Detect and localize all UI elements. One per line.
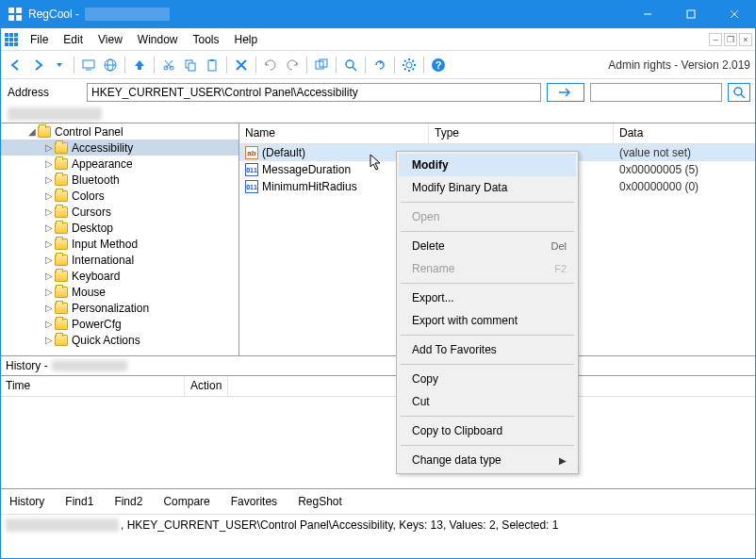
paste-button[interactable] (202, 55, 222, 75)
tree-item-label: PowerCfg (72, 318, 122, 331)
folder-icon (55, 206, 68, 218)
tree-item[interactable]: ▷Colors (0, 188, 238, 204)
svg-line-24 (166, 60, 173, 68)
tree-item[interactable]: ▷Desktop (0, 220, 238, 236)
forward-button[interactable] (27, 55, 48, 75)
settings-button[interactable] (399, 55, 419, 75)
svg-line-48 (741, 94, 745, 98)
context-menu-item[interactable]: Change data type▶ (399, 449, 576, 471)
tab-favorites[interactable]: Favorites (227, 493, 281, 510)
context-menu-item[interactable]: DeleteDel (399, 235, 576, 257)
tree-item-label: Cursors (72, 206, 111, 219)
tree-item[interactable]: ▷Input Method (0, 236, 238, 252)
context-menu-item[interactable]: Modify (399, 154, 576, 176)
mdi-minimize[interactable]: – (709, 33, 722, 46)
tree-item-label: Desktop (72, 222, 113, 235)
mdi-close[interactable]: × (739, 33, 752, 46)
context-menu-item[interactable]: Cut (399, 390, 576, 413)
undo-button[interactable] (260, 55, 281, 75)
history-columns[interactable]: Time Action (0, 376, 756, 397)
svg-rect-2 (8, 15, 14, 21)
tree-item[interactable]: ▷Personalization (0, 300, 238, 316)
close-button[interactable] (713, 0, 756, 28)
context-menu: ModifyModify Binary DataOpenDeleteDelRen… (396, 151, 579, 474)
tree-item[interactable]: ▷Appearance (0, 156, 238, 172)
menu-grid-icon[interactable] (4, 32, 19, 47)
maximize-button[interactable] (669, 0, 713, 28)
tree-item[interactable]: ▷Mouse (0, 284, 238, 300)
tab-history[interactable]: History (6, 493, 48, 510)
tab-regshot[interactable]: RegShot (294, 493, 346, 510)
go-button[interactable] (547, 83, 584, 102)
svg-rect-16 (14, 42, 18, 46)
back-button[interactable] (6, 55, 26, 75)
col-name[interactable]: Name (239, 123, 429, 143)
network-button[interactable] (100, 55, 121, 75)
bottom-tabs: History Find1 Find2 Compare Favorites Re… (0, 489, 756, 515)
titlebar: RegCool - (0, 0, 756, 28)
minimize-button[interactable] (626, 0, 669, 28)
tree-item[interactable]: ▷International (0, 252, 238, 268)
tree-item[interactable]: ▷Quick Actions (0, 332, 238, 348)
svg-rect-8 (5, 33, 8, 37)
tree-item-label: Input Method (72, 238, 138, 251)
tree-root[interactable]: ◢Control Panel (0, 123, 238, 140)
addr-search-button[interactable] (728, 83, 750, 102)
context-menu-item[interactable]: Copy (399, 368, 576, 390)
computer-button[interactable] (78, 55, 99, 75)
context-menu-item[interactable]: Modify Binary Data (399, 176, 576, 199)
options-button[interactable] (311, 55, 332, 75)
up-button[interactable] (129, 55, 150, 75)
tree-item-label: Colors (72, 189, 105, 203)
tree-panel[interactable]: ◢Control Panel ▷Accessibility▷Appearance… (0, 123, 239, 355)
tree-item[interactable]: ▷Bluetooth (0, 172, 238, 188)
cut-button[interactable] (158, 55, 179, 75)
menu-file[interactable]: File (23, 31, 56, 48)
tree-item[interactable]: ▷Accessibility (0, 140, 238, 156)
context-menu-item[interactable]: Copy to Clipboard (399, 419, 576, 442)
refresh-button[interactable] (370, 55, 390, 75)
tree-item[interactable]: ▷Cursors (0, 204, 238, 220)
hcol-time[interactable]: Time (0, 376, 185, 396)
value-data: (value not set) (614, 146, 756, 159)
col-type[interactable]: Type (429, 123, 614, 143)
menu-help[interactable]: Help (227, 31, 266, 48)
address-input[interactable] (87, 83, 541, 102)
menubar: File Edit View Window Tools Help – ❐ × (0, 28, 756, 51)
menu-window[interactable]: Window (130, 31, 186, 48)
tab-compare[interactable]: Compare (159, 493, 213, 510)
menu-view[interactable]: View (90, 31, 130, 48)
hcol-action[interactable]: Action (185, 376, 228, 396)
history-panel: Time Action (0, 376, 756, 489)
mdi-restore[interactable]: ❐ (724, 33, 737, 46)
tree-item-label: Accessibility (72, 141, 133, 155)
redo-button[interactable] (282, 55, 303, 75)
help-button[interactable]: ? (428, 55, 449, 75)
tree-item[interactable]: ▷PowerCfg (0, 316, 238, 332)
list-header[interactable]: Name Type Data (239, 123, 756, 144)
folder-icon (55, 158, 68, 170)
context-menu-item[interactable]: Add To Favorites (399, 338, 576, 361)
menu-tools[interactable]: Tools (186, 31, 227, 48)
app-icon (8, 7, 23, 22)
context-menu-item[interactable]: Export with comment (399, 309, 576, 332)
delete-button[interactable] (231, 55, 252, 75)
menu-edit[interactable]: Edit (56, 31, 90, 48)
string-icon: ab (245, 146, 258, 159)
context-menu-item[interactable]: Export... (399, 287, 576, 309)
history-body[interactable] (0, 397, 756, 488)
search-button[interactable] (340, 55, 361, 75)
tab-find2[interactable]: Find2 (110, 493, 146, 510)
status-text: , HKEY_CURRENT_USER\Control Panel\Access… (121, 518, 558, 532)
dropdown-button[interactable] (49, 55, 70, 75)
tree-item[interactable]: ▷Keyboard (0, 268, 238, 284)
col-data[interactable]: Data (614, 123, 756, 143)
copy-button[interactable] (180, 55, 201, 75)
svg-point-47 (734, 88, 742, 95)
tree-item-label: Appearance (72, 157, 133, 171)
tab-find1[interactable]: Find1 (61, 493, 97, 510)
svg-rect-13 (14, 38, 18, 41)
search-input[interactable] (590, 83, 722, 102)
svg-point-36 (406, 62, 412, 68)
folder-icon (55, 335, 68, 346)
